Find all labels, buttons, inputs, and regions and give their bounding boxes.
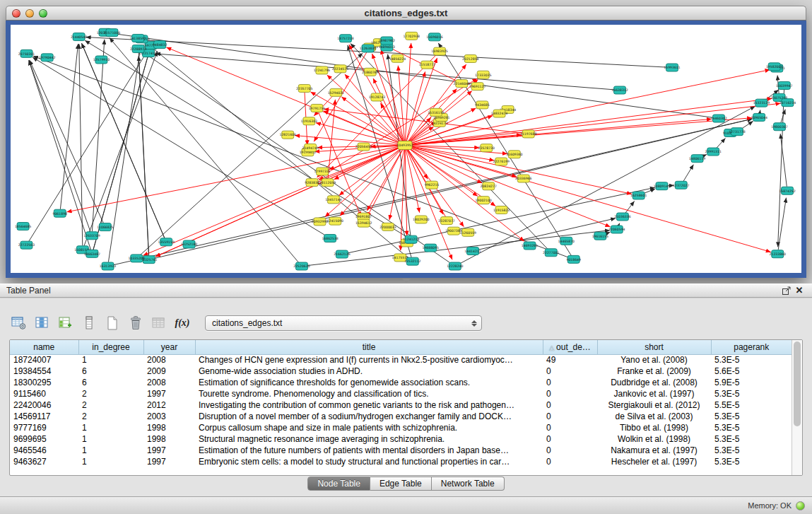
column-header-name[interactable]: name [10,340,78,354]
table-cell[interactable]: 1998 [143,422,195,433]
table-cell[interactable]: 18724007 [10,354,78,366]
table-cell[interactable]: 0 [543,422,597,433]
table-cell[interactable]: 9465546 [10,445,78,456]
table-cell[interactable]: 9699695 [10,433,78,445]
table-cell[interactable]: 1 [78,354,143,366]
table-cell[interactable]: 0 [543,445,597,456]
tab-node-table[interactable]: Node Table [307,477,370,491]
table-cell[interactable]: 2008 [143,354,195,366]
table-cell[interactable]: Tourette syndrome. Phenomenology and cla… [195,388,543,399]
column-header-pagerank[interactable]: pagerank [711,340,792,354]
close-window-button[interactable] [12,9,20,18]
table-cell[interactable]: Changes of HCN gene expression and I(f) … [195,354,543,366]
tab-network-table[interactable]: Network Table [432,477,505,491]
column-header-out_de[interactable]: △out_de… [543,340,597,354]
table-cell[interactable]: 19384554 [10,366,78,377]
table-cell[interactable]: 0 [543,377,597,388]
table-cell[interactable]: 9777169 [10,422,78,433]
table-cell[interactable]: Yano et al. (2008) [597,354,711,366]
table-cell[interactable]: 1 [78,456,143,467]
table-cell[interactable]: 0 [543,433,597,445]
table-scrollbar[interactable] [792,340,802,475]
graph-edge[interactable] [408,148,478,197]
table-cell[interactable]: 1998 [143,433,195,445]
table-cell[interactable]: Embryonic stem cells: a model to study s… [195,456,543,467]
table-cell[interactable]: 5.3E-5 [711,456,792,467]
table-cell[interactable]: 5.3E-5 [711,445,792,456]
graph-edge[interactable] [346,187,655,253]
table-row[interactable]: 2242004622012Investigating the contribut… [10,399,792,411]
new-table-button[interactable] [103,314,122,332]
table-row[interactable]: 977716911998Corpus callosum shape and si… [10,422,792,433]
table-cell[interactable]: 6 [78,377,143,388]
table-cell[interactable]: 0 [543,456,597,467]
table-cell[interactable]: Nakamura et al. (1997) [597,445,711,456]
table-cell[interactable]: 14569117 [10,411,78,422]
graph-edge[interactable] [409,119,712,145]
graph-edge[interactable] [339,148,401,195]
tab-edge-table[interactable]: Edge Table [370,477,432,491]
table-cell[interactable]: 2 [78,411,143,422]
table-cell[interactable]: 0 [543,411,597,422]
delete-table-button[interactable] [126,314,145,332]
graph-edge[interactable] [683,165,694,182]
graph-edge[interactable] [29,60,91,250]
minimize-window-button[interactable] [25,9,34,18]
graph-edge[interactable] [166,47,401,144]
graph-edge[interactable] [760,110,760,113]
table-cell[interactable]: 2003 [143,411,195,422]
table-cell[interactable]: 0 [543,388,597,399]
table-row[interactable]: 969969511998Structural magnetic resonanc… [10,433,792,445]
column-button[interactable] [80,314,98,332]
table-cell[interactable]: Corpus callosum shape and size in male p… [195,422,543,433]
graph-edge[interactable] [33,57,326,236]
table-cell[interactable]: 5.9E-5 [711,377,792,388]
table-cell[interactable]: Stergiakouli et al. (2012) [597,399,711,411]
graph-edge[interactable] [112,33,714,118]
table-cell[interactable]: Hescheler et al. (1997) [597,456,711,467]
graph-edge[interactable] [618,223,620,226]
graph-edge[interactable] [67,146,401,212]
table-cell[interactable]: 1997 [143,456,195,467]
graph-edge[interactable] [143,147,401,256]
graph-edge[interactable] [29,60,90,231]
table-cell[interactable]: Tibbo et al. (1998) [597,422,711,433]
table-cell[interactable]: 5.3E-5 [711,388,792,399]
table-row[interactable]: 911546021997Tourette syndrome. Phenomeno… [10,388,792,399]
float-panel-button[interactable] [780,285,793,296]
graph-edge[interactable] [408,127,434,143]
table-cell[interactable]: 1 [78,445,143,456]
column-header-short[interactable]: short [597,340,711,354]
graph-edge[interactable] [112,119,752,265]
graph-edge[interactable] [140,53,363,255]
graph-edge[interactable] [373,78,403,141]
table-cell[interactable]: 9463627 [10,456,78,467]
table-cell[interactable]: Dudbridge et al. (2008) [597,377,711,388]
column-header-in_degree[interactable]: in_degree [78,340,143,354]
graph-edge[interactable] [139,45,149,255]
graph-edge[interactable] [108,46,141,262]
graph-edge[interactable] [716,138,725,148]
table-cell[interactable]: Franke et al. (2009) [597,366,711,377]
table-cell[interactable]: Estimation of the future numbers of pati… [195,445,543,456]
table-cell[interactable]: 5.3E-5 [711,422,792,433]
table-row[interactable]: 1830029562008Estimation of significance … [10,377,792,388]
table-selector-dropdown[interactable]: citations_edges.txt [205,315,482,331]
table-mode-button[interactable] [10,314,28,332]
graph-edge[interactable] [30,60,104,223]
table-cell[interactable]: 5.6E-5 [711,366,792,377]
table-cell[interactable]: Structural magnetic resonance image aver… [195,433,543,445]
table-cell[interactable]: 0 [543,366,597,377]
table-cell[interactable]: 1 [78,433,143,445]
table-cell[interactable]: 9115460 [10,388,78,399]
table-cell[interactable]: 2009 [143,366,195,377]
window-titlebar[interactable]: citations_edges.txt [6,6,806,21]
table-scrollbar-thumb[interactable] [794,341,801,426]
table-cell[interactable]: Estimation of significance thresholds fo… [195,377,543,388]
table-cell[interactable]: Disruption of a novel member of a sodium… [195,411,543,422]
table-row[interactable]: 1456911722003Disruption of a novel membe… [10,411,792,422]
table-cell[interactable]: 5.3E-5 [711,433,792,445]
table-cell[interactable]: 5.3E-5 [711,354,792,366]
graph-edge[interactable] [29,52,148,242]
table-cell[interactable]: 0 [543,399,597,411]
